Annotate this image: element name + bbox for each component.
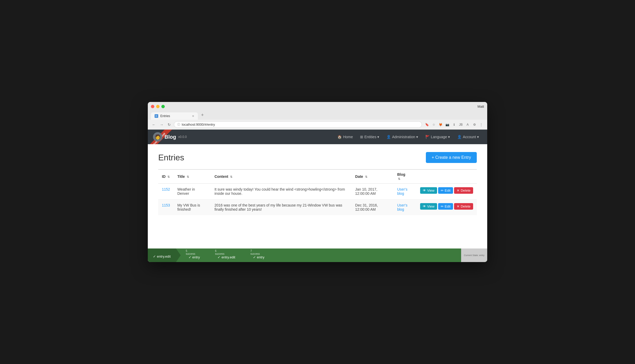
nav-home[interactable]: 🏠 Home <box>334 133 356 141</box>
close-button[interactable] <box>151 105 154 108</box>
active-tab[interactable]: E Entries ✕ <box>151 112 198 120</box>
state-item-entry-edit: ✓ entry.edit <box>148 248 176 262</box>
extension-icon-2[interactable]: 📷 <box>444 122 450 128</box>
nav-administration[interactable]: 👤 Administration ▾ <box>383 133 421 141</box>
pencil-icon-2: ✏ <box>441 204 444 208</box>
check-icon-3: ✓ <box>217 255 220 259</box>
arrow-1 <box>176 248 181 262</box>
eye-icon-2: 👁 <box>423 204 426 208</box>
entities-chevron-icon: ▾ <box>377 135 379 139</box>
state-item-entry-success: 5success ✓ entry <box>181 248 205 262</box>
forward-button[interactable]: → <box>159 122 164 127</box>
nav-language-label: Language <box>431 135 447 139</box>
state-text-4: entry <box>257 255 264 259</box>
cell-actions-1: 👁 View ✏ Edit ✕ Delete <box>416 184 477 199</box>
bookmark-icon[interactable]: 🔖 <box>424 122 430 128</box>
delete-label-1: Delete <box>461 189 471 192</box>
nav-home-label: Home <box>343 135 353 139</box>
nav-language[interactable]: 🚩 Language ▾ <box>422 133 453 141</box>
account-icon: 👤 <box>457 135 462 139</box>
nav-account[interactable]: 👤 Account ▾ <box>454 133 482 141</box>
check-icon-4: ✓ <box>253 255 256 259</box>
minimize-button[interactable] <box>156 105 160 108</box>
col-id[interactable]: ID ⇅ <box>158 169 174 184</box>
view-button-2[interactable]: 👁 View <box>420 203 437 210</box>
cell-blog-1: User's blog <box>393 184 416 199</box>
view-label-2: View <box>427 204 434 208</box>
col-blog[interactable]: Blog ⇅ <box>393 169 416 184</box>
col-date-label: Date <box>355 174 363 179</box>
table-body: 1152 Weather in Denver It sure was windy… <box>158 184 477 215</box>
col-id-label: ID <box>162 174 166 179</box>
nav-administration-label: Administration <box>392 135 415 139</box>
lock-icon: ⓘ <box>177 123 180 126</box>
view-label-1: View <box>427 189 434 192</box>
sort-content-icon: ⇅ <box>230 175 232 178</box>
cell-id-2: 1153 <box>158 199 174 215</box>
col-content[interactable]: Content ⇅ <box>211 169 351 184</box>
cell-id-1: 1152 <box>158 184 174 199</box>
nav-entities-label: Entities <box>364 135 376 139</box>
cell-actions-2: 👁 View ✏ Edit ✕ Delete <box>416 199 477 215</box>
extension-icon-5[interactable]: A <box>465 122 471 128</box>
brand[interactable]: 🧑 Blog v0.0.0 <box>153 132 187 142</box>
tab-favicon: E <box>155 114 158 118</box>
nav-links: 🏠 Home ⊞ Entities ▾ 👤 Administration <box>334 133 482 141</box>
toolbar-icons: 🔖 ☆ 🦊 📷 ℹ JB A ⚙ ⋮ <box>424 122 484 128</box>
col-date[interactable]: Date ⇅ <box>351 169 393 184</box>
home-icon: 🏠 <box>337 135 342 139</box>
cell-title-1: Weather in Denver <box>174 184 211 199</box>
create-entry-button[interactable]: + Create a new Entry <box>426 152 477 163</box>
cell-content-2: 2016 was one of the best years of my lif… <box>211 199 351 215</box>
blog-link-2[interactable]: User's blog <box>397 203 407 211</box>
edit-button-1[interactable]: ✏ Edit <box>438 187 453 194</box>
address-bar[interactable]: ⓘ localhost:9000/#/entry <box>174 121 422 128</box>
col-title[interactable]: Title ⇅ <box>174 169 211 184</box>
cell-title-2: My VW Bus is finished! <box>174 199 211 215</box>
entries-table: ID ⇅ Title ⇅ Content ⇅ Date <box>158 169 477 215</box>
sort-date-icon: ⇅ <box>365 175 367 178</box>
entry-id-link-2[interactable]: 1153 <box>162 203 170 207</box>
nav-entities[interactable]: ⊞ Entities ▾ <box>357 133 382 141</box>
extension-icon-6[interactable]: ⚙ <box>472 122 477 128</box>
tab-title: Entries <box>160 114 170 118</box>
back-button[interactable]: ← <box>151 122 157 127</box>
col-blog-label: Blog <box>397 172 413 177</box>
delete-label-2: Delete <box>461 204 471 208</box>
state-label-1: ✓ entry.edit <box>153 252 171 258</box>
reload-button[interactable]: ↻ <box>167 122 172 127</box>
language-chevron-icon: ▾ <box>448 135 450 139</box>
star-icon[interactable]: ☆ <box>431 122 437 128</box>
sort-blog-icon: ⇅ <box>398 177 400 180</box>
page-title: Entries <box>158 153 184 162</box>
extension-icon-3[interactable]: ℹ <box>451 122 457 128</box>
menu-icon[interactable]: ⋮ <box>478 122 484 128</box>
mini-map: Current State: entry <box>461 248 487 262</box>
extension-icon-4[interactable]: JB <box>458 122 464 128</box>
delete-button-1[interactable]: ✕ Delete <box>454 187 473 194</box>
extension-icon-1[interactable]: 🦊 <box>438 122 443 128</box>
mini-map-label: Current State: entry <box>464 254 485 257</box>
new-tab-button[interactable]: + <box>198 111 207 120</box>
browser-tabs: E Entries ✕ + <box>151 111 484 120</box>
view-button-1[interactable]: 👁 View <box>420 187 437 194</box>
state-badge-3: 6success <box>215 250 224 255</box>
blog-link-1[interactable]: User's blog <box>397 187 407 196</box>
delete-button-2[interactable]: ✕ Delete <box>454 203 473 210</box>
col-actions <box>416 169 477 184</box>
entities-icon: ⊞ <box>360 135 363 139</box>
table-row: 1153 My VW Bus is finished! 2016 was one… <box>158 199 477 215</box>
table-header: ID ⇅ Title ⇅ Content ⇅ Date <box>158 169 477 184</box>
admin-icon: 👤 <box>386 135 391 139</box>
tab-close-button[interactable]: ✕ <box>192 114 194 118</box>
administration-chevron-icon: ▾ <box>416 135 418 139</box>
page-header: Entries + Create a new Entry <box>158 152 477 163</box>
main-navbar: Development 🧑 Blog v0.0.0 🏠 Home ⊞ E <box>148 130 487 144</box>
edit-button-2[interactable]: ✏ Edit <box>438 203 453 210</box>
entry-id-link-1[interactable]: 1152 <box>162 187 170 191</box>
maximize-button[interactable] <box>161 105 165 108</box>
state-badge-4: 7success <box>250 250 260 255</box>
traffic-lights <box>151 105 165 108</box>
edit-label-2: Edit <box>445 204 450 208</box>
browser-title-bar: Matt <box>151 105 484 108</box>
